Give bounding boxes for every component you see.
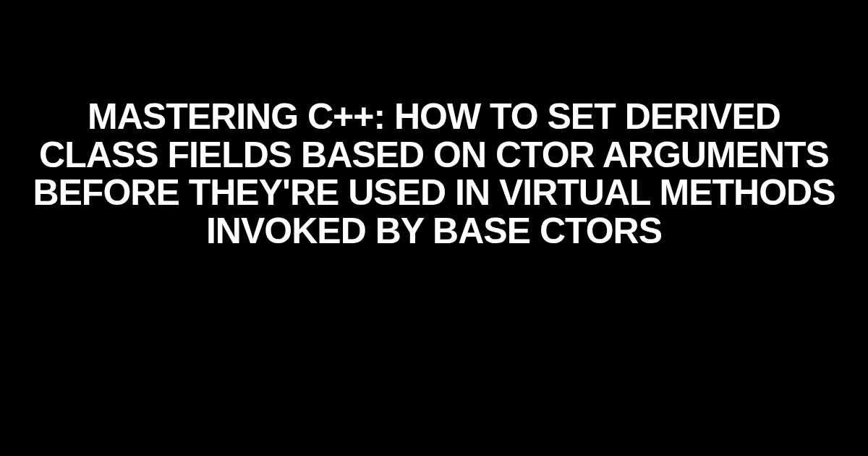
page-title: Mastering C++: How to Set Derived Class …: [0, 98, 868, 250]
